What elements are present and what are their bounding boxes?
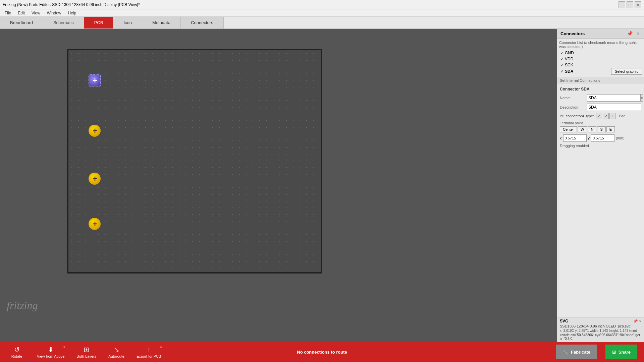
- name-label: Name:: [560, 96, 587, 100]
- both-layers-icon: ⊞: [84, 346, 89, 354]
- type-controls: ✓ ↗ ↓: [596, 113, 615, 119]
- rotate-icon: ↺: [14, 346, 20, 354]
- check-gnd: ✓: [560, 51, 564, 55]
- connector-item-vdd[interactable]: ✓ VDD: [559, 56, 575, 62]
- menu-view[interactable]: View: [28, 10, 44, 16]
- tab-metadata[interactable]: Metadata: [142, 17, 181, 28]
- terminal-e-button[interactable]: E: [606, 126, 615, 132]
- titlebar-controls: − □ ×: [619, 1, 641, 8]
- status-message: No connections to route: [297, 350, 347, 355]
- terminal-w-button[interactable]: W: [578, 126, 587, 132]
- svg-section: SVG 📌 × SSD1306 128x64 0.96 inch OLED_pc…: [557, 317, 644, 342]
- connector-sck-row: ✓ SCK: [559, 62, 642, 68]
- connector-list-label: Connector List (a checkmark means the gr…: [559, 41, 642, 49]
- pad-3[interactable]: [89, 173, 101, 185]
- connector-vdd-label: VDD: [565, 57, 573, 61]
- tab-schematic[interactable]: Schematic: [43, 17, 84, 28]
- name-clear-button[interactable]: ×: [640, 94, 643, 102]
- tab-pcb[interactable]: PCB: [84, 17, 114, 28]
- connector-item-gnd[interactable]: ✓ GND: [559, 50, 575, 56]
- canvas-area[interactable]: fritzing: [0, 29, 557, 342]
- dragging-label: Dragging enabled: [560, 144, 589, 148]
- y-input[interactable]: [591, 134, 614, 142]
- autoroute-icon: ⤡: [114, 346, 119, 354]
- svg-header: SVG 📌 ×: [560, 319, 641, 323]
- restore-button[interactable]: □: [627, 1, 633, 8]
- select-graphic-button[interactable]: Select graphic: [611, 68, 642, 75]
- menu-file[interactable]: File: [1, 10, 14, 16]
- terminal-label: Terminal point: [560, 121, 641, 125]
- id-label: id:: [560, 114, 564, 118]
- pad-label: Pad: [619, 114, 626, 118]
- pcb-canvas[interactable]: [67, 49, 322, 274]
- fabricate-button[interactable]: 🔧 Fabricate: [556, 345, 597, 359]
- connector-sda-row: ✓ SDA Select graphic: [559, 68, 642, 75]
- type-label: type:: [586, 114, 594, 118]
- tab-icon[interactable]: Icon: [113, 17, 142, 28]
- titlebar: Fritzing (New) Parts Editor: SSD-1306 12…: [0, 0, 644, 9]
- view-from-above-label: View from Above: [37, 354, 64, 358]
- tab-bar: Breadboard Schematic PCB Icon Metadata C…: [0, 17, 644, 29]
- svg-close-button[interactable]: ×: [639, 319, 641, 323]
- menu-window[interactable]: Window: [44, 10, 65, 16]
- terminal-center-button[interactable]: Center: [560, 126, 577, 132]
- close-button[interactable]: ×: [635, 1, 641, 8]
- rotate-label: Rotate: [11, 354, 22, 358]
- check-sck: ✓: [560, 63, 564, 67]
- fritzing-logo: fritzing: [7, 299, 38, 312]
- type-arrow-icon[interactable]: ↗: [603, 113, 609, 119]
- svg-filename: SSD1306 128x64 0.96 inch OLED_pcb.svg: [560, 324, 641, 328]
- panel-pin-button[interactable]: 📌: [626, 31, 634, 36]
- mm-label: (mm): [616, 136, 625, 140]
- pad-1[interactable]: [89, 74, 101, 86]
- toolbar: ↺ Rotate ⬇ View from Above ⊞ Both Layers…: [0, 342, 644, 362]
- panel-close-button[interactable]: ×: [635, 31, 641, 36]
- svg-pin-button[interactable]: 📌: [633, 319, 638, 323]
- fabricate-icon: 🔧: [563, 350, 568, 355]
- svg-coords: x: 3.019C y: 2.9571 width: 1.143 height:…: [560, 329, 641, 333]
- connector-item-sck[interactable]: ✓ SCK: [559, 62, 575, 68]
- type-down-icon[interactable]: ↓: [609, 113, 615, 119]
- connector-sck-label: SCK: [565, 63, 573, 67]
- x-input[interactable]: [563, 134, 587, 142]
- right-panel: Connectors 📌 × Connector List (a checkma…: [557, 29, 644, 342]
- titlebar-title: Fritzing (New) Parts Editor: SSD-1306 12…: [3, 2, 140, 7]
- autoroute-button[interactable]: ⤡ Autoroute: [103, 344, 130, 360]
- menu-help[interactable]: Help: [65, 10, 80, 16]
- minimize-button[interactable]: −: [619, 1, 625, 8]
- both-layers-button[interactable]: ⊞ Both Layers: [71, 344, 102, 360]
- description-label: Description:: [560, 105, 587, 109]
- rotate-button[interactable]: ↺ Rotate: [3, 344, 30, 360]
- connector-detail: Connector SDA Name: × Description: id: c…: [557, 84, 644, 317]
- description-field-row: Description:: [560, 104, 641, 111]
- tab-connectors[interactable]: Connectors: [181, 17, 223, 28]
- autoroute-label: Autoroute: [108, 354, 124, 358]
- share-icon: ⊞: [612, 350, 616, 355]
- export-for-pcb-button[interactable]: ↑ Export for PCB: [131, 345, 166, 360]
- share-button[interactable]: ⊞ Share: [605, 345, 637, 359]
- view-from-above-button[interactable]: ⬇ View from Above: [32, 344, 70, 360]
- connector-gnd-row: ✓ GND: [559, 50, 642, 56]
- connector-item-sda[interactable]: ✓ SDA: [559, 68, 575, 74]
- view-from-above-icon: ⬇: [48, 346, 54, 354]
- pad-4[interactable]: [89, 218, 101, 230]
- main-content: fritzing Connectors 📌 × Connector List (…: [0, 29, 644, 342]
- x-label: x: [560, 136, 562, 140]
- terminal-n-button[interactable]: N: [588, 126, 596, 132]
- y-label: y: [588, 136, 590, 140]
- menu-edit[interactable]: Edit: [14, 10, 28, 16]
- terminal-s-button[interactable]: S: [597, 126, 605, 132]
- name-input[interactable]: [587, 94, 640, 102]
- pad-2[interactable]: [89, 125, 101, 137]
- type-check-icon[interactable]: ✓: [596, 113, 602, 119]
- connector-gnd-label: GND: [565, 51, 574, 55]
- dragging-row: Dragging enabled: [560, 144, 641, 148]
- name-field-row: Name: ×: [560, 94, 641, 102]
- tab-breadboard[interactable]: Breadboard: [0, 17, 43, 28]
- check-sda: ✓: [560, 69, 564, 74]
- id-value: connector4: [566, 114, 584, 118]
- terminal-point-section: Terminal point Center W N S E: [560, 121, 641, 132]
- svg-title: SVG: [560, 319, 568, 323]
- connector-detail-title: Connector SDA: [560, 87, 641, 92]
- description-input[interactable]: [587, 104, 641, 111]
